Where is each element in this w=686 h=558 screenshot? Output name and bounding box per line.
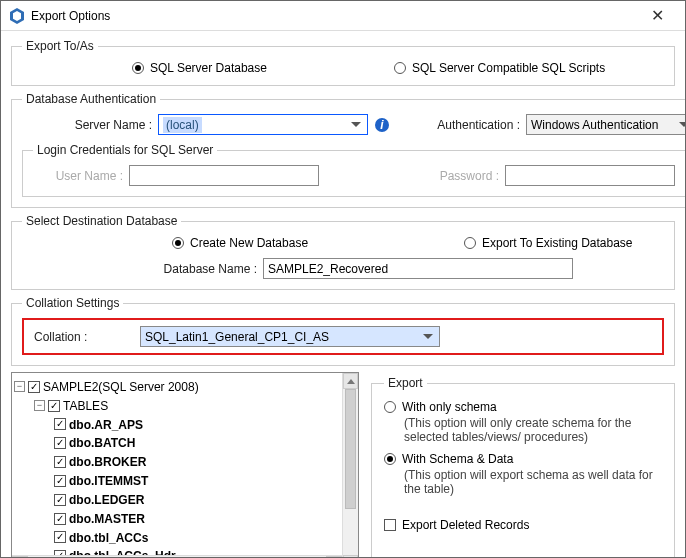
radio-create-new-db[interactable] [172, 237, 184, 249]
tree-item[interactable]: dbo.MASTER [14, 509, 358, 528]
tree-checkbox[interactable] [28, 381, 40, 393]
tree-checkbox[interactable] [54, 531, 66, 543]
tree-checkbox[interactable] [48, 400, 60, 412]
server-name-label: Server Name : [22, 118, 152, 132]
radio-sql-server-db[interactable] [132, 62, 144, 74]
auth-label: Authentication : [410, 118, 520, 132]
export-to-group: Export To/As SQL Server Database SQL Ser… [11, 39, 675, 86]
auth-select[interactable]: Windows Authentication [526, 114, 686, 135]
tree-checkbox[interactable] [54, 456, 66, 468]
tree-item[interactable]: dbo.ITEMMST [14, 471, 358, 490]
server-name-value: (local) [163, 117, 202, 133]
tree-item[interactable]: dbo.BROKER [14, 452, 358, 471]
tree-item[interactable]: dbo.BATCH [14, 433, 358, 452]
radio-existing-db-label: Export To Existing Database [482, 236, 633, 250]
radio-create-new-db-label: Create New Database [190, 236, 440, 250]
tree-scrollbar-vertical[interactable] [342, 373, 358, 558]
scroll-up-icon[interactable] [343, 373, 358, 389]
password-label: Password : [399, 169, 499, 183]
object-tree[interactable]: −SAMPLE2(SQL Server 2008) −TABLES dbo.AR… [11, 372, 359, 558]
close-button[interactable]: ✕ [637, 6, 677, 25]
auth-value: Windows Authentication [531, 118, 658, 132]
only-schema-hint: (This option will only create schema for… [384, 414, 662, 452]
tree-checkbox[interactable] [54, 475, 66, 487]
export-deleted-label: Export Deleted Records [402, 518, 529, 532]
tree-checkbox[interactable] [54, 437, 66, 449]
db-name-label: Database Name : [22, 262, 257, 276]
db-name-field[interactable]: SAMPLE2_Recovered [263, 258, 573, 279]
radio-only-schema-label: With only schema [402, 400, 497, 414]
radio-sql-scripts[interactable] [394, 62, 406, 74]
tree-root[interactable]: −SAMPLE2(SQL Server 2008) [14, 377, 358, 396]
collation-group: Collation Settings Collation : SQL_Latin… [11, 296, 675, 366]
chevron-down-icon [677, 118, 686, 132]
titlebar: Export Options ✕ [1, 1, 685, 31]
collation-legend: Collation Settings [22, 296, 123, 310]
export-options-group: Export With only schema (This option wil… [371, 376, 675, 558]
server-name-select[interactable]: (local) [158, 114, 368, 135]
chevron-down-icon [421, 330, 435, 344]
radio-only-schema[interactable] [384, 401, 396, 413]
collation-select[interactable]: SQL_Latin1_General_CP1_CI_AS [140, 326, 440, 347]
radio-sql-scripts-label: SQL Server Compatible SQL Scripts [412, 61, 605, 75]
radio-existing-db[interactable] [464, 237, 476, 249]
collapse-icon[interactable]: − [34, 400, 45, 411]
dest-db-legend: Select Destination Database [22, 214, 181, 228]
db-name-value: SAMPLE2_Recovered [268, 262, 388, 276]
username-field[interactable] [129, 165, 319, 186]
tree-checkbox[interactable] [54, 513, 66, 525]
db-auth-group: Database Authentication Server Name : (l… [11, 92, 686, 208]
radio-sql-server-db-label: SQL Server Database [150, 61, 370, 75]
dest-db-group: Select Destination Database Create New D… [11, 214, 675, 290]
db-auth-legend: Database Authentication [22, 92, 160, 106]
export-deleted-checkbox[interactable] [384, 519, 396, 531]
radio-schema-data-label: With Schema & Data [402, 452, 513, 466]
info-icon[interactable]: i [374, 117, 390, 133]
export-to-legend: Export To/As [22, 39, 98, 53]
collapse-icon[interactable]: − [14, 381, 25, 392]
tree-checkbox[interactable] [54, 418, 66, 430]
collation-highlight: Collation : SQL_Latin1_General_CP1_CI_AS [22, 318, 664, 355]
username-label: User Name : [33, 169, 123, 183]
chevron-down-icon [349, 118, 363, 132]
collation-value: SQL_Latin1_General_CP1_CI_AS [145, 330, 329, 344]
schema-data-hint: (This option will export schema as well … [384, 466, 662, 504]
login-legend: Login Credentials for SQL Server [33, 143, 217, 157]
radio-schema-data[interactable] [384, 453, 396, 465]
tree-tables[interactable]: −TABLES [14, 396, 358, 415]
password-field[interactable] [505, 165, 675, 186]
tree-item[interactable]: dbo.LEDGER [14, 490, 358, 509]
window-title: Export Options [31, 9, 637, 23]
login-group: Login Credentials for SQL Server User Na… [22, 143, 686, 197]
tree-checkbox[interactable] [54, 494, 66, 506]
export-options-legend: Export [384, 376, 427, 390]
scroll-thumb[interactable] [345, 389, 356, 509]
app-icon [9, 8, 25, 24]
collation-label: Collation : [34, 330, 124, 344]
tree-item[interactable]: dbo.tbl_ACCs [14, 528, 358, 547]
tree-item[interactable]: dbo.AR_APS [14, 415, 358, 434]
